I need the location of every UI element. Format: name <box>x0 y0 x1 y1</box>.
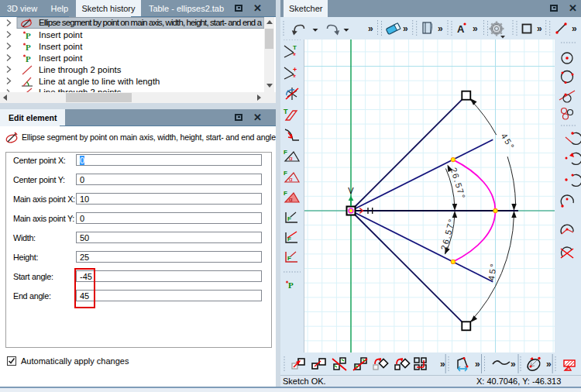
svg-text:»: » <box>368 23 373 34</box>
svg-text:»: » <box>440 359 445 370</box>
svg-text:»: » <box>403 23 408 34</box>
svg-text:F: F <box>284 149 287 156</box>
svg-text:α: α <box>289 196 293 203</box>
svg-text:+: + <box>293 66 297 74</box>
svg-text:*: * <box>293 74 296 82</box>
svg-text:A: A <box>457 23 465 35</box>
svg-text:Insert point: Insert point <box>39 30 83 40</box>
svg-text:Insert point: Insert point <box>39 53 83 63</box>
svg-text:F: F <box>284 170 287 177</box>
svg-text:α: α <box>289 176 293 183</box>
svg-text:45°: 45° <box>500 132 517 153</box>
svg-text:Line through 2 points: Line through 2 points <box>39 65 122 74</box>
svg-text:»: » <box>511 359 516 370</box>
svg-text:»: » <box>438 23 443 34</box>
svg-text:»: » <box>475 359 480 370</box>
svg-text:V: V <box>348 186 354 195</box>
svg-text:45°: 45° <box>486 261 498 281</box>
svg-text:Line at angle to line with len: Line at angle to line with length <box>39 77 160 86</box>
svg-text:»: » <box>473 23 478 34</box>
svg-text:P: P <box>26 43 31 52</box>
svg-text:Ellipse segment by point on ma: Ellipse segment by point on main axis, w… <box>39 18 263 27</box>
svg-text:T: T <box>293 44 297 51</box>
svg-text:»: » <box>572 23 577 34</box>
svg-text:»: » <box>546 359 552 370</box>
svg-text:26.57°: 26.57° <box>439 217 457 251</box>
svg-text:P: P <box>26 31 31 40</box>
svg-text:*: * <box>293 52 296 60</box>
svg-text:F: F <box>284 190 287 197</box>
svg-text:P: P <box>26 54 31 64</box>
svg-text:α: α <box>289 155 293 162</box>
svg-text:T: T <box>284 108 288 115</box>
svg-text:»: » <box>537 23 542 34</box>
svg-text:Insert point: Insert point <box>39 42 83 51</box>
svg-text:P: P <box>288 280 294 290</box>
